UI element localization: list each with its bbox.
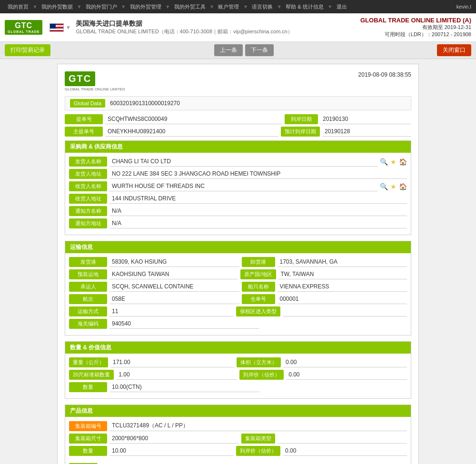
qty-label: 数量 — [69, 382, 107, 392]
close-button[interactable]: 关闭窗口 — [437, 44, 471, 56]
nav-my-tools[interactable]: 我的外贸工具 — [172, 3, 208, 10]
nav-help[interactable]: 帮助 & 统计信息 — [284, 3, 325, 10]
dest-port-label: 卸货港 — [242, 257, 275, 267]
arrive-price-value: 0.00 — [286, 370, 407, 380]
transport-row: 运输方式 11 保税区进入类型 — [69, 306, 407, 316]
header-right: GLOBAL TRADE ONLINE LIMITED (A) 有效期至 201… — [360, 17, 471, 38]
notify-name-label: 通知方名称 — [69, 206, 107, 216]
shipper-icons: 🔍 ★ 🏠 — [380, 158, 407, 166]
arrive-price-label: 到岸价（估价） — [239, 370, 284, 380]
container-type-label: 集装箱类型 — [241, 434, 275, 444]
quantity-price-body: 重量（公斤） 171.00 体积（立方米） 0.00 20尺标准箱数量 1.00… — [65, 354, 411, 398]
weight-label: 重量（公斤） — [69, 357, 108, 367]
product-desc-container: 产品描述 BRASS FITTINGS — [69, 458, 407, 464]
buyer-supplier-body: 发货人名称 CHANG LI TAI CO LTD 🔍 ★ 🏠 发货人地址 NO… — [65, 153, 411, 235]
product-info-header: 产品信息 — [65, 405, 411, 417]
company-name: GLOBAL TRADE ONLINE LIMITED (A) — [360, 17, 471, 24]
ldr-info: 可用时段（LDR）：200712 - 201908 — [360, 31, 471, 38]
weight-row: 重量（公斤） 171.00 体积（立方米） 0.00 — [69, 357, 407, 367]
container-size-row: 集装箱尺寸 2000*806*800 集装箱类型 — [69, 434, 407, 444]
container20-row: 20尺标准箱数量 1.00 到岸价（估价） 0.00 — [69, 370, 407, 380]
consignee-addr-row: 收货人地址 144 INDUSTRIAL DRIVE — [69, 194, 407, 204]
customs-label: 海关编码 — [69, 319, 107, 329]
nav-language[interactable]: 语言切换 — [250, 3, 275, 10]
consignee-addr-label: 收货人地址 — [69, 194, 107, 204]
buyer-supplier-section: 采购商 & 供应商信息 发货人名称 CHANG LI TAI CO LTD 🔍 … — [65, 140, 411, 235]
container-no-value: TCLU3271489（AC / L / PP） — [109, 421, 407, 431]
customs-value: 940540 — [109, 319, 259, 329]
nav-home[interactable]: 我的首页 — [6, 3, 30, 10]
transport-label: 运输方式 — [69, 306, 107, 316]
prev-button[interactable]: 上一条 — [214, 44, 243, 56]
bonded-value — [283, 307, 407, 316]
page-title: 美国海关进口提单数据 — [76, 20, 293, 28]
doc-logo-text: GTC — [69, 73, 91, 84]
container20-value: 1.00 — [116, 370, 237, 380]
product-qty-label: 数量 — [69, 446, 107, 456]
arrive-date-label: 到岸日期 — [285, 114, 318, 124]
document-header: GTC GLOBAL TRADE ONLINE LIMITED 2019-08-… — [65, 71, 411, 91]
weight-value: 171.00 — [110, 358, 234, 367]
warehouse-label: 仓单号 — [242, 294, 275, 304]
container-no-label: 集装箱编号 — [69, 421, 107, 431]
notify-addr-label: 通知方地址 — [69, 218, 107, 228]
shipping-section: 运输信息 发货港 58309, KAO HSIUNG 卸货港 1703, SAV… — [65, 241, 411, 336]
nav-my-mgmt[interactable]: 我的外贸管理 — [128, 3, 163, 10]
logo: GTC GLOBAL TRADE — [5, 20, 42, 35]
warehouse-value: 000001 — [278, 295, 407, 304]
nav-my-data[interactable]: 我的外贸数据 — [40, 3, 75, 10]
logo-subtitle: GLOBAL TRADE — [8, 30, 40, 33]
nav-logout[interactable]: 退出 — [335, 3, 349, 10]
header-info: 美国海关进口提单数据 GLOBAL TRADE ONLINE LIMITED（电… — [76, 20, 293, 35]
container-no-row: 集装箱编号 TCLU3271489（AC / L / PP） — [69, 421, 407, 431]
nav-account[interactable]: 账户管理 — [216, 3, 241, 10]
bonded-label: 保税区进入类型 — [236, 306, 280, 316]
user-info: kevin.l — [456, 4, 471, 10]
notify-addr-value: N/A — [109, 219, 407, 228]
us-flag — [50, 23, 64, 32]
port-row: 发货港 58309, KAO HSIUNG 卸货港 1703, SAVANNAH… — [69, 257, 407, 267]
page-header: GTC GLOBAL TRADE ▼ 美国海关进口提单数据 GLOBAL TRA… — [0, 13, 476, 42]
print-button[interactable]: 打印贸易记录 — [5, 44, 50, 56]
logo-text: GTC — [15, 21, 32, 30]
shipper-star-icon[interactable]: ★ — [390, 158, 397, 166]
consignee-search-icon[interactable]: 🔍 — [380, 183, 388, 190]
consignee-name-row: 收货人名称 WURTH HOUSE OF THREADS INC 🔍 ★ 🏠 — [69, 181, 407, 191]
consignee-home-icon[interactable]: 🏠 — [399, 183, 407, 190]
carrier-value: SCQH, SCANWELL CONTAINE — [109, 282, 239, 292]
shipper-home-icon[interactable]: 🏠 — [399, 158, 407, 166]
doc-logo: GTC GLOBAL TRADE ONLINE LIMITED — [65, 71, 125, 91]
customs-row: 海关编码 940540 — [69, 319, 407, 329]
doc-logo-box: GTC — [65, 71, 95, 86]
shipper-addr-row: 发货人地址 NO 222 LANE 384 SEC 3 JHANGCAO ROA… — [69, 169, 407, 179]
voyage-value: 058E — [109, 295, 239, 304]
vessel-value: VIENNA EXPRESS — [278, 282, 407, 292]
consignee-star-icon[interactable]: ★ — [390, 183, 397, 190]
bill-no-label: 提单号 — [65, 114, 103, 124]
product-arrive-price-label: 到岸价（估价） — [236, 446, 280, 456]
doc-timestamp: 2019-08-09 08:38:55 — [358, 71, 411, 78]
global-data-row: Global Data 6003201901310000019270 — [65, 96, 411, 110]
volume-value: 0.00 — [283, 358, 407, 367]
master-bill-label: 主提单号 — [65, 127, 103, 137]
arrive-date-value: 20190130 — [320, 115, 411, 124]
dest-port-value: 1703, SAVANNAH, GA — [278, 257, 407, 267]
shipper-name-row: 发货人名称 CHANG LI TAI CO LTD 🔍 ★ 🏠 — [69, 157, 407, 167]
consignee-name-label: 收货人名称 — [69, 181, 107, 191]
nav-my-portal[interactable]: 我的外贸门户 — [84, 3, 119, 10]
shipper-search-icon[interactable]: 🔍 — [380, 158, 388, 166]
product-info-body: 集装箱编号 TCLU3271489（AC / L / PP） 集装箱尺寸 200… — [65, 417, 411, 464]
loading-place-label: 预装运地 — [69, 269, 107, 279]
shipping-header: 运输信息 — [65, 241, 411, 253]
bill-row: 提单号 SCQHTWNS8C000049 到岸日期 20190130 — [65, 114, 411, 124]
bill-no-value: SCQHTWNS8C000049 — [105, 115, 282, 124]
carrier-label: 承运人 — [69, 282, 107, 292]
calc-date-value: 20190128 — [322, 127, 411, 137]
top-navigation: 我的首页 ▼ 我的外贸数据 ▼ 我的外贸门户 ▼ 我的外贸管理 ▼ 我的外贸工具… — [0, 0, 476, 13]
bill-fields: 提单号 SCQHTWNS8C000049 到岸日期 20190130 主提单号 … — [65, 114, 411, 137]
notify-name-row: 通知方名称 N/A — [69, 206, 407, 216]
next-button[interactable]: 下一条 — [245, 44, 274, 56]
shipper-addr-label: 发货人地址 — [69, 169, 107, 179]
origin-country-value: TW, TAIWAN — [278, 270, 407, 279]
notify-name-value: N/A — [109, 207, 407, 216]
